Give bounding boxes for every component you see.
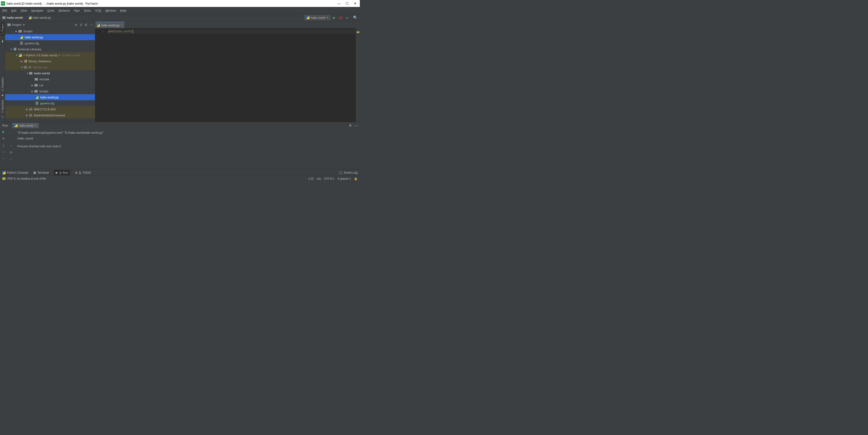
minimize-tool-button[interactable]: — [354, 124, 358, 127]
tree-label: $RECYCLE.BIN [34, 108, 56, 111]
run-label: Run: [2, 124, 8, 127]
menu-view[interactable]: View [21, 9, 27, 12]
tool-structure[interactable]: 7: Structure [1, 98, 4, 114]
tree-label: Scripts [23, 30, 33, 33]
tree-label: BaiduNetdiskDownload [34, 113, 65, 117]
tab-todo[interactable]: ≣6: TODO [75, 171, 91, 174]
tree-label: hallo world.py [40, 96, 59, 99]
run-console[interactable]: "D:\hallo world\Scripts\python.exe" "D:/… [15, 129, 360, 169]
tab-terminal[interactable]: ▣Terminal [33, 171, 49, 174]
menu-help[interactable]: Help [120, 9, 126, 12]
run-tab-label: hallo world [19, 124, 33, 127]
breadcrumb-file[interactable]: hallo world.py [33, 16, 51, 20]
tree-item-recycle-bin[interactable]: ▶$RECYCLE.BIN [5, 106, 95, 112]
close-icon[interactable]: × [35, 124, 37, 127]
line-separator[interactable]: n/a [317, 177, 321, 180]
editor-tabs: hallo world.py × [95, 21, 360, 28]
more-button[interactable]: » [3, 157, 4, 160]
project-tree[interactable]: ▶Scripts hallo world.py pyvenv.cfg ▼Exte… [5, 28, 95, 122]
balloon-icon: ◯ [339, 171, 342, 174]
run-button[interactable]: ▶ [333, 16, 335, 20]
lock-icon[interactable]: 🔒 [354, 177, 358, 180]
console-line: "D:\hallo world\Scripts\python.exe" "D:/… [17, 130, 358, 136]
code-content[interactable]: print('Hallo, world') [108, 28, 356, 122]
up-arrow-icon[interactable]: ↑ [10, 130, 12, 134]
layout-button[interactable]: ▭ [2, 150, 5, 154]
editor-marker-bar[interactable] [356, 28, 360, 122]
pause-button[interactable]: ‖ [3, 143, 4, 147]
code-editor[interactable]: 1 print('Hallo, world') [95, 28, 360, 122]
menu-edit[interactable]: Edit [11, 9, 17, 12]
run-tab[interactable]: hallo world × [12, 123, 39, 128]
debug-button[interactable]: 🐞 [339, 16, 342, 20]
tree-label: Binary Skeletons [29, 60, 51, 63]
tool-favorites[interactable]: 2: Favorites [1, 76, 4, 92]
code-string: 'Hallo, world' [115, 30, 132, 33]
window-title: hallo world [D:\hallo world] - ...\hallo… [6, 2, 337, 5]
maximize-button[interactable]: ☐ [346, 2, 349, 5]
chevron-down-icon[interactable]: ▼ [23, 24, 25, 26]
tab-python-console[interactable]: Python Console [2, 171, 28, 174]
tree-item-pyvenv[interactable]: pyvenv.cfg [5, 40, 95, 46]
stop-button[interactable]: ■ [346, 16, 348, 20]
locate-icon[interactable]: ⊕ [75, 23, 78, 27]
gear-icon[interactable]: ⚙ [349, 124, 352, 127]
close-button[interactable]: ✕ [354, 2, 356, 5]
close-tab-icon[interactable]: × [121, 24, 123, 27]
tree-item-hallo-world-py2[interactable]: hallo world.py [5, 94, 95, 100]
tree-item-binary-skeletons[interactable]: ▶Binary Skeletons [5, 58, 95, 64]
tree-label: hallo world [34, 72, 50, 75]
minimize-tool-button[interactable]: — [90, 23, 93, 27]
line-number: 1 [95, 30, 104, 33]
menu-code[interactable]: Code [48, 9, 55, 12]
tree-item-external-libraries[interactable]: ▼External Libraries [5, 46, 95, 52]
minimize-button[interactable]: — [337, 2, 341, 5]
gear-icon[interactable]: ⚙ [85, 23, 87, 27]
menu-window[interactable]: Window [105, 9, 116, 12]
tab-run[interactable]: ▶4: Run [54, 170, 70, 175]
run-header: Run: hallo world × ⚙ — [0, 122, 360, 129]
tree-item-python-interpreter[interactable]: ▼< Python 3.6 (hallo world) > D:\hallo w… [5, 52, 95, 58]
tree-item-hallo-world-py[interactable]: hallo world.py [5, 34, 95, 40]
breadcrumb-project[interactable]: hallo world [7, 16, 23, 20]
rerun-button[interactable]: ▶ [2, 130, 5, 133]
search-button[interactable]: 🔍 [353, 15, 358, 20]
warning-icon[interactable] [2, 177, 5, 180]
menu-navigate[interactable]: Navigate [31, 9, 43, 12]
editor-tab-hallo-world[interactable]: hallo world.py × [95, 22, 125, 28]
tree-item-baidu[interactable]: ▶BaiduNetdiskDownload [5, 112, 95, 118]
indent-setting[interactable]: 4 spaces ‡ [337, 177, 351, 180]
wrap-icon[interactable]: ⤶ [10, 144, 12, 147]
tree-item-hallo-world-folder[interactable]: ▼hallo world [5, 70, 95, 76]
python-icon [306, 16, 309, 19]
tree-label: External Libraries [18, 47, 41, 51]
tree-item-d-drive[interactable]: ▼D: library root [5, 64, 95, 70]
status-bar: PEP 8: no newline at end of file 1:22 n/… [0, 176, 360, 181]
down-arrow-icon[interactable]: ↓ [10, 137, 12, 141]
menu-vcs[interactable]: VCS [95, 9, 101, 12]
tree-item-scripts[interactable]: ▶Scripts [5, 28, 95, 34]
bottom-tool-tabs: Python Console ▣Terminal ▶4: Run ≣6: TOD… [0, 169, 360, 176]
tab-event-log[interactable]: ◯Event Log [339, 171, 358, 174]
cursor-position[interactable]: 1:22 [308, 177, 314, 180]
file-encoding[interactable]: UTF-8 ‡ [324, 177, 334, 180]
tree-item-lib[interactable]: ▶Lib [5, 82, 95, 88]
menu-file[interactable]: File [2, 9, 7, 12]
tree-item-scripts2[interactable]: ▶Scripts [5, 88, 95, 94]
collapse-icon[interactable]: ⇵ [80, 23, 82, 27]
stop-button[interactable]: ■ [3, 137, 4, 140]
project-title[interactable]: Project [12, 23, 21, 27]
tool-project[interactable]: 1: Project [1, 22, 4, 36]
menu-run[interactable]: Run [74, 9, 80, 12]
dots-icon: ⠿ [2, 116, 3, 119]
tree-item-include[interactable]: Include [5, 76, 95, 82]
more-button[interactable]: » [10, 157, 12, 161]
tree-item-pyvenv2[interactable]: pyvenv.cfg [5, 100, 95, 106]
run-config-selector[interactable]: hallo world ▼ [304, 15, 331, 20]
menu-tools[interactable]: Tools [84, 9, 91, 12]
print-icon[interactable]: 🖶 [9, 150, 12, 154]
breadcrumb-separator: 〉 [24, 15, 27, 20]
menu-refactor[interactable]: Refactor [59, 9, 70, 12]
warning-marker[interactable] [356, 31, 359, 33]
run-controls-right: ↑ ↓ ⤶ 🖶 » [7, 129, 15, 169]
